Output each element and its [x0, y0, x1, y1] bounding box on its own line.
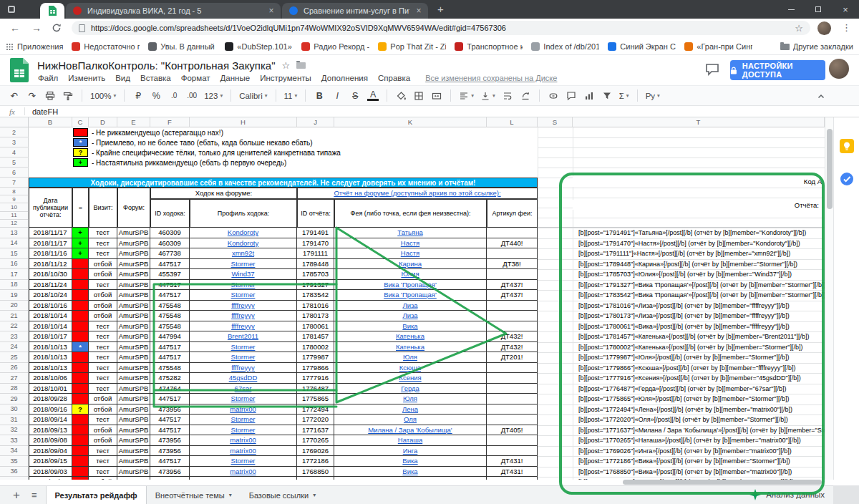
- cell-date[interactable]: 2018/09/08: [29, 435, 72, 446]
- header-visit[interactable]: Визит:: [89, 188, 117, 228]
- cell-artikul[interactable]: [487, 321, 538, 332]
- cell-report-id[interactable]: 1781016: [297, 301, 334, 311]
- cell-mark[interactable]: [72, 321, 89, 332]
- cell-walker-id[interactable]: 447517: [150, 477, 190, 480]
- row-header-36[interactable]: 36: [0, 467, 29, 478]
- keep-icon[interactable]: [840, 139, 854, 153]
- cell-walker-id[interactable]: 474764: [150, 384, 190, 394]
- cell-mark[interactable]: [72, 301, 89, 311]
- cell-walker-id[interactable]: 473956: [150, 446, 190, 457]
- cell-profile-link[interactable]: matrix00: [190, 446, 297, 457]
- column-header-B[interactable]: B: [29, 117, 72, 127]
- close-button[interactable]: ×: [832, 0, 859, 19]
- cell-artikul[interactable]: [487, 269, 538, 280]
- bold-icon[interactable]: B: [314, 91, 325, 101]
- sheet-tab-menu-icon[interactable]: ▾: [229, 492, 232, 498]
- new-tab-button[interactable]: +: [435, 4, 446, 15]
- cell-forum[interactable]: AmurSPB: [117, 425, 150, 436]
- row-header-18[interactable]: 18: [0, 280, 29, 291]
- cell-forum[interactable]: AmurSPB: [117, 290, 150, 301]
- strikethrough-icon[interactable]: S: [349, 91, 361, 101]
- cell-feya-link[interactable]: Оля: [334, 415, 487, 425]
- filter-icon[interactable]: [601, 91, 613, 101]
- column-header-C[interactable]: C: [72, 117, 89, 127]
- cell-feya-link[interactable]: Лиза: [334, 311, 487, 321]
- row-header-23[interactable]: 23: [0, 331, 29, 342]
- cell-profile-link[interactable]: Stormer: [190, 352, 297, 363]
- menu-item[interactable]: Вставка: [135, 74, 176, 82]
- column-header-K[interactable]: K: [334, 117, 487, 127]
- cell-bbcode[interactable]: [b][post="1772186"]«Вика»[/post][/b] (от…: [576, 456, 825, 467]
- cell-forum[interactable]: AmurSPB: [117, 301, 150, 311]
- cell-feya-link[interactable]: Вика: [334, 467, 487, 478]
- cell-bbcode[interactable]: [b][post="1772494"]«Лена»[/post][/b] (от…: [576, 404, 825, 415]
- menu-item[interactable]: Данные: [215, 74, 256, 82]
- cell-feya-link[interactable]: Ксения: [334, 373, 487, 384]
- cell-report-id[interactable]: 1772186: [297, 456, 334, 467]
- cell-feya-link[interactable]: Настя: [334, 248, 487, 259]
- cell-profile-link[interactable]: Stormer: [190, 477, 297, 480]
- cell-forum[interactable]: AmurSPB: [117, 394, 150, 404]
- row-header-30[interactable]: 30: [0, 404, 29, 415]
- cell-mark[interactable]: [72, 290, 89, 301]
- cell-date[interactable]: 2018/09/28: [29, 394, 72, 404]
- cell-forum[interactable]: AmurSPB: [117, 238, 150, 249]
- cell-mark[interactable]: [72, 384, 89, 394]
- cell-forum[interactable]: AmurSPB: [117, 456, 150, 467]
- cell-report-id[interactable]: 1779987: [297, 352, 334, 363]
- cell-feya-link[interactable]: Лена: [334, 404, 487, 415]
- cell-artikul[interactable]: ДТ437!: [487, 290, 538, 301]
- cell-visit[interactable]: тест: [89, 331, 117, 342]
- cell-forum[interactable]: AmurSPB: [117, 352, 150, 363]
- row-header-11[interactable]: 11: [0, 212, 29, 220]
- cell-report-id[interactable]: 1777916: [297, 373, 334, 384]
- row-header-14[interactable]: 14: [0, 238, 29, 249]
- cell-walker-id[interactable]: 447517: [150, 352, 190, 363]
- row-header-28[interactable]: 28: [0, 384, 29, 394]
- header-walker-id[interactable]: ID ходока:: [150, 199, 190, 228]
- row-header-3[interactable]: 3: [0, 137, 29, 147]
- cell-date[interactable]: 2018/08/31: [29, 477, 72, 480]
- merge-cells-icon[interactable]: [431, 91, 442, 101]
- browser-avatar[interactable]: [817, 21, 831, 35]
- cell-bbcode[interactable]: [b][post="1791327"]«Вика 'Пропащая'»[/po…: [576, 280, 825, 291]
- other-bookmarks[interactable]: Другие закладки: [780, 38, 853, 55]
- row-header-32[interactable]: 32: [0, 425, 29, 436]
- cell-report-id[interactable]: 1768850: [297, 467, 334, 478]
- cell-visit[interactable]: отбой: [89, 477, 117, 480]
- cell-profile-link[interactable]: Stormer: [190, 456, 297, 467]
- cell-bbcode[interactable]: [b][post="1791470"]«Настя»[/post][/b] (о…: [576, 238, 825, 249]
- cell-artikul[interactable]: ДТ432!: [487, 331, 538, 342]
- cell-profile-link[interactable]: matrix00: [190, 467, 297, 478]
- cell-visit[interactable]: тест: [89, 248, 117, 259]
- cell-bbcode[interactable]: [b][post="1789448"]«Карина»[/post][/b] (…: [576, 259, 825, 270]
- cell-bbcode[interactable]: [b][post="1775865"]«Юля»[/post][/b] (отч…: [576, 394, 825, 404]
- sheet-tab-menu-icon[interactable]: ▾: [313, 492, 316, 498]
- cell-artikul[interactable]: ДТ431!: [487, 467, 538, 478]
- cell-profile-link[interactable]: Stormer: [190, 280, 297, 291]
- cell-date[interactable]: 2018/11/24: [29, 280, 72, 291]
- cell-report-id[interactable]: 1791111: [297, 248, 334, 259]
- paint-format-icon[interactable]: [62, 91, 74, 101]
- cell-profile-link[interactable]: Stormer: [190, 415, 297, 425]
- cell-artikul[interactable]: [487, 363, 538, 374]
- row-header-29[interactable]: 29: [0, 394, 29, 404]
- header-artikul[interactable]: Артикул феи:: [487, 199, 538, 228]
- cell-visit[interactable]: отбой: [89, 301, 117, 311]
- cell-artikul[interactable]: [487, 435, 538, 446]
- cell-feya-link[interactable]: Милана / Зара 'Кобылища': [334, 425, 487, 436]
- cell-bbcode[interactable]: [b][post="1791491"]«Татьяна»[/post][/b] …: [576, 228, 825, 238]
- cell-walker-id[interactable]: 473956: [150, 404, 190, 415]
- cell-walker-id[interactable]: 475548: [150, 321, 190, 332]
- cell-report-id[interactable]: 1775865: [297, 394, 334, 404]
- cell-date[interactable]: 2018/10/13: [29, 342, 72, 353]
- tab-close-icon[interactable]: ×: [414, 6, 424, 16]
- forward-icon[interactable]: →: [30, 22, 43, 34]
- redo-icon[interactable]: ↷: [26, 90, 38, 101]
- header-walker-profile[interactable]: Профиль ходока:: [190, 199, 297, 228]
- print-icon[interactable]: [44, 91, 56, 101]
- bookmark-item[interactable]: Недостаточно памя: [72, 42, 140, 51]
- cell-mark[interactable]: ?: [72, 404, 89, 415]
- minimize-button[interactable]: [777, 0, 805, 19]
- menu-item[interactable]: Справка: [373, 74, 415, 82]
